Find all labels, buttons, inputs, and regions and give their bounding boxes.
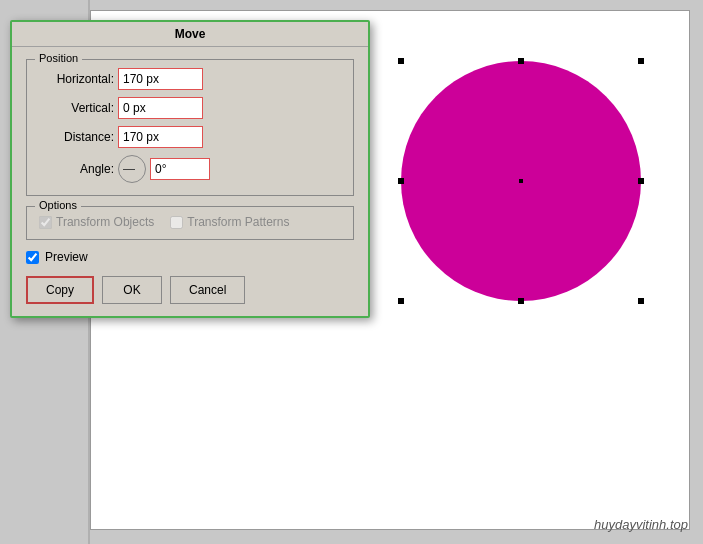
handle-mid-right[interactable] [638, 178, 644, 184]
transform-patterns-checkbox[interactable] [170, 216, 183, 229]
position-legend: Position [35, 52, 82, 64]
transform-objects-text: Transform Objects [56, 215, 154, 229]
vertical-row: Vertical: [39, 97, 341, 119]
distance-label: Distance: [39, 130, 114, 144]
ok-button[interactable]: OK [102, 276, 162, 304]
watermark-text: huydayvitinh.top [594, 517, 688, 532]
angle-label: Angle: [39, 162, 114, 176]
options-fieldset: Options Transform Objects Transform Patt… [26, 206, 354, 240]
transform-objects-checkbox[interactable] [39, 216, 52, 229]
circle-container [401, 61, 641, 301]
transform-patterns-label[interactable]: Transform Patterns [170, 215, 289, 229]
transform-patterns-text: Transform Patterns [187, 215, 289, 229]
dialog-title-text: Move [175, 27, 206, 41]
options-row: Transform Objects Transform Patterns [39, 215, 341, 229]
angle-input[interactable] [150, 158, 210, 180]
angle-row: Angle: [39, 155, 341, 183]
distance-input[interactable] [118, 126, 203, 148]
button-row: Copy OK Cancel [26, 276, 354, 304]
move-dialog: Move Position Horizontal: Vertical: Dist… [10, 20, 370, 318]
options-legend: Options [35, 199, 81, 211]
handle-top-center[interactable] [518, 58, 524, 64]
transform-objects-label[interactable]: Transform Objects [39, 215, 154, 229]
dialog-title: Move [12, 22, 368, 47]
position-fieldset: Position Horizontal: Vertical: Distance:… [26, 59, 354, 196]
handle-bottom-right[interactable] [638, 298, 644, 304]
vertical-input[interactable] [118, 97, 203, 119]
preview-row: Preview [26, 250, 354, 264]
handle-top-right[interactable] [638, 58, 644, 64]
handle-mid-left[interactable] [398, 178, 404, 184]
handle-bottom-center[interactable] [518, 298, 524, 304]
horizontal-label: Horizontal: [39, 72, 114, 86]
horizontal-input[interactable] [118, 68, 203, 90]
watermark: huydayvitinh.top [594, 517, 688, 532]
handle-top-left[interactable] [398, 58, 404, 64]
preview-checkbox[interactable] [26, 251, 39, 264]
dialog-body: Position Horizontal: Vertical: Distance:… [12, 47, 368, 316]
cancel-button[interactable]: Cancel [170, 276, 245, 304]
angle-dial[interactable] [118, 155, 146, 183]
handle-center [519, 179, 523, 183]
distance-row: Distance: [39, 126, 341, 148]
vertical-label: Vertical: [39, 101, 114, 115]
preview-label: Preview [45, 250, 88, 264]
handle-bottom-left[interactable] [398, 298, 404, 304]
copy-button[interactable]: Copy [26, 276, 94, 304]
horizontal-row: Horizontal: [39, 68, 341, 90]
